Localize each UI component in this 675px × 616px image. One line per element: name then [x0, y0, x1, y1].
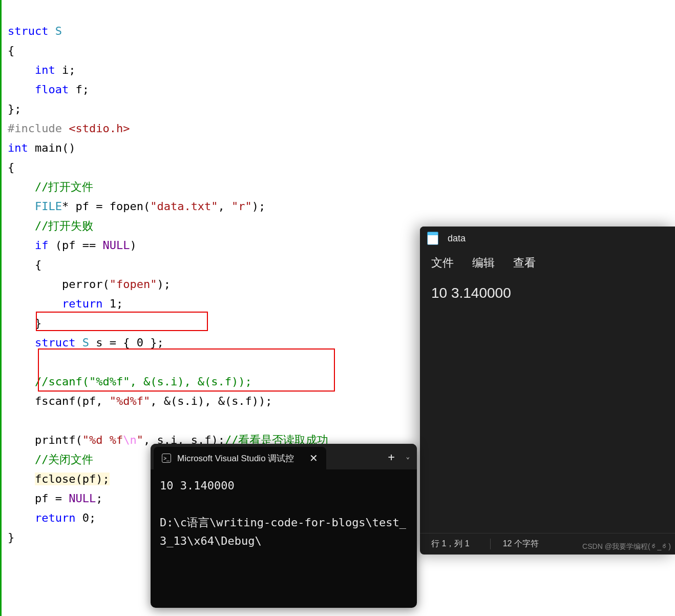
notepad-menubar: 文件 编辑 查看 [420, 250, 675, 276]
watermark: CSDN @我要学编程(ಥ_ಥ) [582, 542, 671, 551]
menu-edit[interactable]: 编辑 [472, 255, 495, 271]
terminal-output[interactable]: 10 3.140000 D:\c语言\writing-code-for-blog… [151, 469, 417, 558]
terminal-tab[interactable]: >_ Microsoft Visual Studio 调试控 ✕ [154, 447, 326, 469]
terminal-tab-title: Microsoft Visual Studio 调试控 [177, 453, 294, 464]
notepad-window[interactable]: data 文件 编辑 查看 10 3.140000 行 1，列 1 12 个字符 [420, 227, 675, 555]
terminal-line-2: D:\c语言\writing-code-for-blogs\test_3_13\… [160, 516, 406, 547]
terminal-line-1: 10 3.140000 [160, 479, 235, 492]
terminal-window[interactable]: >_ Microsoft Visual Studio 调试控 ✕ + ⌄ 10 … [151, 444, 417, 608]
notepad-title: data [448, 233, 466, 244]
status-position: 行 1，列 1 [431, 539, 470, 549]
notepad-content[interactable]: 10 3.140000 [420, 276, 675, 522]
notepad-titlebar[interactable]: data [420, 227, 675, 250]
menu-file[interactable]: 文件 [431, 255, 454, 271]
terminal-tab-icon: >_ [162, 454, 171, 463]
new-tab-button[interactable]: + [380, 450, 403, 463]
close-icon[interactable]: ✕ [309, 452, 318, 464]
tab-dropdown-icon[interactable]: ⌄ [403, 453, 417, 460]
menu-view[interactable]: 查看 [513, 255, 536, 271]
status-charcount: 12 个字符 [490, 539, 539, 549]
terminal-tabbar: >_ Microsoft Visual Studio 调试控 ✕ + ⌄ [151, 444, 417, 469]
notepad-icon [427, 232, 438, 245]
